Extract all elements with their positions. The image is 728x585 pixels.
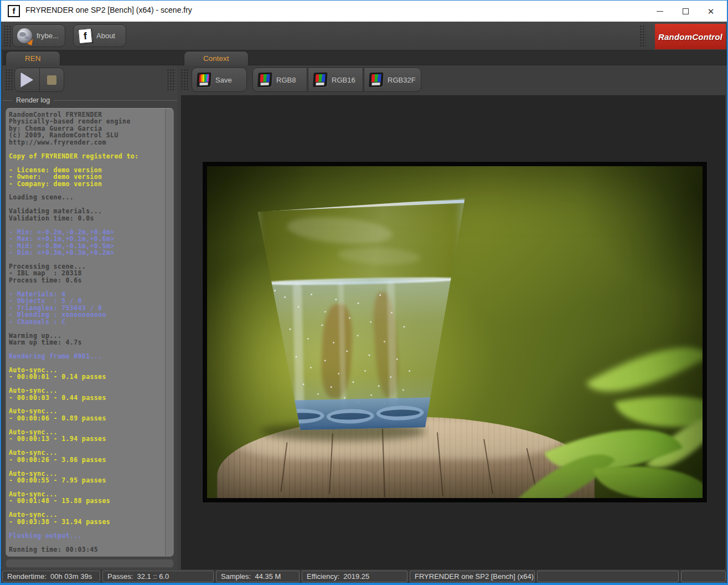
log-line: [9, 525, 162, 532]
context-tabstrip: Context: [177, 50, 727, 65]
log-line: - 00:00:13 - 1.94 passes: [9, 435, 162, 442]
floppy-label: [316, 83, 324, 86]
log-line: [9, 360, 162, 366]
toolbar-grip[interactable]: [3, 25, 11, 47]
log-line: - Dim: <+0.3m,+0.3m,+0.2m>: [9, 249, 162, 256]
render-log: RandomControl FRYRENDERPhysically-based …: [6, 108, 174, 557]
window-title: FRYRENDER one SP2 [Bench] (x64) - scene.…: [25, 6, 192, 14]
log-line: - Objects : 5 / 0: [9, 297, 162, 304]
floppy-rgb-icon: [313, 73, 327, 88]
toolbar-grip[interactable]: [639, 25, 646, 47]
log-line: - Channels : C: [9, 319, 162, 325]
render-viewport: [180, 95, 726, 570]
render-log-text: RandomControl FRYRENDERPhysically-based …: [9, 111, 162, 554]
log-line: - Max: <+0.1m,+0.1m,+0.6m>: [9, 235, 162, 242]
log-line: (c) 2009, RandomControl SLU: [9, 132, 162, 138]
floppy-label: [199, 83, 208, 86]
log-line: [9, 422, 162, 428]
status-cell: Efficiency: 2019.25: [302, 571, 407, 582]
log-line: [9, 160, 162, 166]
maximize-button[interactable]: [673, 1, 698, 22]
rgb8-button-label: RGB8: [276, 76, 296, 84]
tab-ren[interactable]: REN: [6, 51, 60, 65]
render-toolbar: [2, 66, 177, 94]
floppy-stripes: [199, 74, 209, 83]
context-toolbar: Save RGB8 RGB16: [177, 66, 727, 94]
statusbar: Rendertime: 00h 03m 39sPasses: 32.1 :: 6…: [1, 570, 727, 583]
log-line: [9, 222, 162, 228]
frybender-button[interactable]: frybe...: [12, 24, 65, 47]
log-line: Flushing output...: [9, 532, 162, 539]
floppy-stripes: [316, 74, 326, 83]
toolbar-grip[interactable]: [180, 69, 188, 91]
vignette: [207, 166, 703, 498]
render-log-title: Render log: [12, 96, 54, 104]
floppy-stripes: [260, 74, 270, 83]
render-start-button[interactable]: [15, 68, 39, 91]
rgb32f-button[interactable]: RGB32F: [364, 68, 421, 92]
log-line: - 00:01:48 - 15.88 passes: [9, 497, 162, 504]
log-line: [9, 325, 162, 332]
left-tabstrip: REN: [2, 50, 177, 65]
minimize-button[interactable]: [647, 1, 673, 22]
rgb16-button[interactable]: RGB16: [308, 68, 363, 92]
status-cell: [537, 571, 679, 582]
log-line: [9, 346, 162, 352]
log-line: - 00:00:01 - 0.14 passes: [9, 373, 162, 380]
log-line: Rendering frame #001...: [9, 353, 162, 360]
log-line: - 00:00:55 - 7.95 passes: [9, 477, 162, 484]
log-line: Running time: 00:03:45: [9, 546, 162, 553]
toolbar-grip[interactable]: [167, 69, 174, 91]
floppy-save-icon: [197, 73, 211, 88]
globe-land: [19, 32, 26, 37]
log-line: [9, 539, 162, 546]
app-icon: f: [8, 5, 20, 17]
save-button[interactable]: Save: [192, 68, 247, 92]
log-line: - 00:00:03 - 0.44 passes: [9, 394, 162, 401]
randomcontrol-logo-text: RandomControl: [658, 32, 722, 42]
stop-icon: [47, 75, 56, 85]
randomcontrol-logo: RandomControl: [655, 24, 726, 49]
render-transport: [14, 68, 64, 92]
close-button[interactable]: ✕: [698, 1, 724, 22]
log-line: [9, 284, 162, 290]
rendered-image: [207, 166, 703, 498]
main-toolbar: frybe... f About RandomControl: [1, 22, 727, 50]
play-icon: [21, 73, 33, 87]
tab-context[interactable]: Context: [184, 51, 249, 65]
log-line: - Blending : xoooooooooo: [9, 311, 162, 318]
render-stop-button[interactable]: [39, 68, 64, 91]
floppy-label: [371, 83, 380, 86]
log-line: Loading scene...: [9, 194, 162, 201]
rgb8-button[interactable]: RGB8: [252, 68, 307, 92]
toolbar-grip[interactable]: [5, 69, 13, 91]
log-line: - 00:03:38 - 31.94 passes: [9, 519, 162, 525]
status-cell: FRYRENDER one SP2 [Bench] (x64): [410, 571, 535, 582]
log-line: Copy of FRYRENDER registered to:: [9, 153, 162, 160]
floppy-rgb-icon: [369, 73, 383, 88]
frybender-button-label: frybe...: [37, 32, 59, 40]
divider: [2, 100, 12, 101]
log-line: Auto-sync...: [9, 449, 162, 456]
status-cell: Rendertime: 00h 03m 39s: [2, 571, 100, 582]
close-icon: ✕: [708, 7, 715, 16]
window-border: [1, 583, 727, 585]
save-button-label: Save: [215, 76, 232, 84]
log-line: - IBL map : 20318: [9, 270, 162, 276]
status-cell: Passes: 32.1 :: 6.0: [102, 571, 214, 582]
log-line: Auto-sync...: [9, 387, 162, 394]
render-log-scrollbar[interactable]: [165, 109, 173, 556]
log-line: [9, 146, 162, 152]
log-line: Validating materials...: [9, 208, 162, 214]
about-button[interactable]: f About: [73, 24, 126, 47]
panel-footer: [6, 559, 174, 568]
context-panel: Context Save RGB8: [177, 50, 727, 570]
about-button-label: About: [96, 32, 115, 40]
rgb16-button-label: RGB16: [332, 76, 355, 84]
log-line: - 00:00:06 - 0.89 passes: [9, 415, 162, 422]
fryrender-f-icon: f: [78, 28, 92, 44]
render-log-header: Render log: [2, 96, 177, 105]
globe-arrow: [27, 38, 34, 46]
divider: [54, 100, 177, 101]
log-line: Process time: 0.6s: [9, 277, 162, 284]
